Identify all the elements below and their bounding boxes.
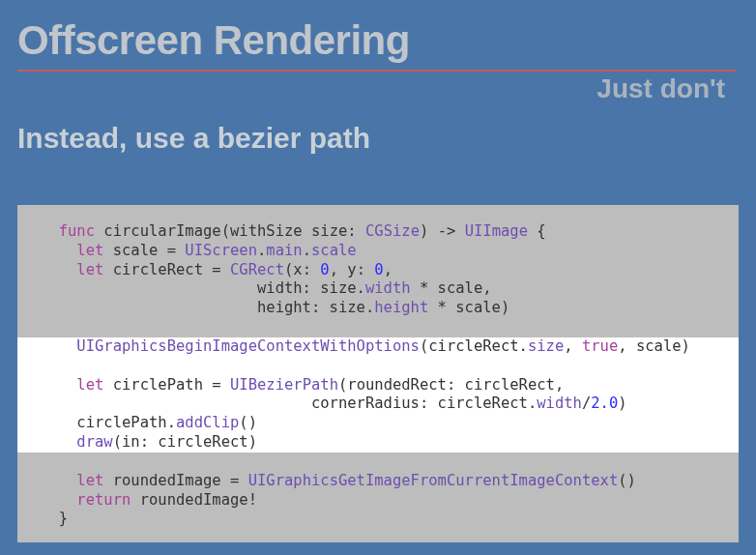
- code-line-5: height: size.height * scale): [17, 299, 739, 318]
- code-line-9: circlePath.addClip(): [17, 414, 739, 433]
- code-line-2: let scale = UIScreen.main.scale: [17, 242, 739, 261]
- code-block: func circularImage(withSize size: CGSize…: [17, 205, 739, 542]
- kw-func: func: [59, 222, 95, 240]
- code-line-11: let roundedImage = UIGraphicsGetImageFro…: [17, 472, 739, 491]
- highlight-band: UIGraphicsBeginImageContextWithOptions(c…: [17, 337, 739, 453]
- code-line-3: let circleRect = CGRect(x: 0, y: 0,: [17, 261, 739, 280]
- code-blank-2: [17, 357, 739, 376]
- code-line-13: }: [17, 510, 739, 529]
- code-line-8: cornerRadius: circleRect.width/2.0): [17, 394, 739, 414]
- slide-subtitle: Just don't: [0, 73, 756, 104]
- code-blank-1: [17, 318, 739, 337]
- code-blank-3: [17, 453, 739, 472]
- code-line-4: width: size.width * scale,: [17, 279, 739, 299]
- code-line-12: return roundedImage!: [17, 491, 739, 511]
- code-line-7: let circlePath = UIBezierPath(roundedRec…: [17, 376, 739, 395]
- code-line-10: draw(in: circleRect): [17, 433, 739, 453]
- code-line-1: func circularImage(withSize size: CGSize…: [17, 222, 739, 242]
- code-line-6: UIGraphicsBeginImageContextWithOptions(c…: [17, 337, 739, 357]
- title-underline: [17, 70, 737, 72]
- slide-title: Offscreen Rendering: [0, 0, 756, 70]
- slide-heading: Instead, use a bezier path: [0, 122, 756, 155]
